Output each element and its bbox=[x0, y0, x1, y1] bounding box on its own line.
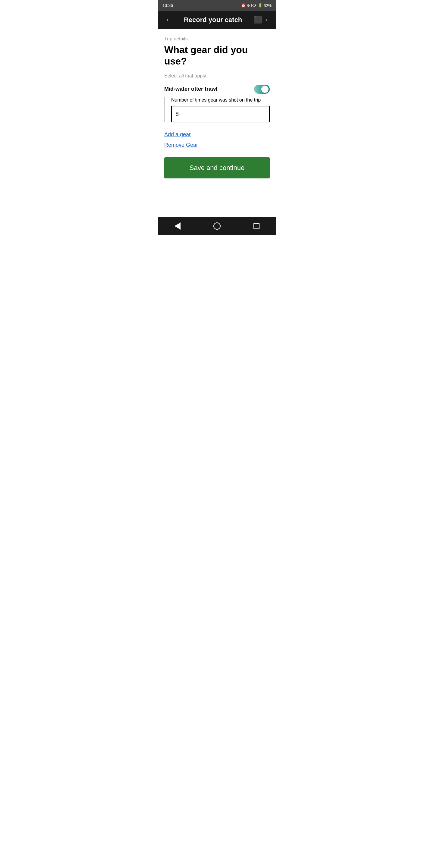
battery-level: 52% bbox=[264, 3, 272, 8]
page-title: Record your catch bbox=[175, 16, 251, 24]
back-arrow-icon: ← bbox=[165, 16, 172, 24]
status-time: 13:36 bbox=[162, 3, 173, 8]
action-links: Add a gear Remove Gear bbox=[164, 131, 270, 148]
exit-icon: ⬛→ bbox=[254, 16, 269, 24]
nav-recents-button[interactable] bbox=[244, 220, 269, 232]
gear-shots-input[interactable] bbox=[171, 106, 270, 122]
home-circle-icon bbox=[213, 222, 221, 230]
gear-toggle[interactable] bbox=[254, 85, 270, 94]
gear-shots-label: Number of times gear was shot on the tri… bbox=[171, 97, 270, 103]
remove-gear-link[interactable]: Remove Gear bbox=[164, 142, 270, 148]
select-instruction: Select all that apply. bbox=[164, 73, 270, 79]
save-continue-button[interactable]: Save and continue bbox=[164, 157, 270, 179]
main-content: Trip details What gear did you use? Sele… bbox=[158, 29, 276, 217]
recents-square-icon bbox=[253, 223, 259, 229]
battery-icon: 🔋 bbox=[258, 3, 262, 7]
status-icons: ⏰ ⊖ R✗ 🔋 52% bbox=[241, 3, 272, 8]
dnd-icon: ⊖ bbox=[247, 3, 250, 7]
bottom-navigation bbox=[158, 217, 276, 235]
nav-back-button[interactable] bbox=[165, 219, 190, 233]
back-button[interactable]: ← bbox=[163, 13, 175, 26]
signal-icon: R✗ bbox=[251, 3, 257, 7]
gear-name: Mid-water otter trawl bbox=[164, 86, 217, 92]
status-bar: 13:36 ⏰ ⊖ R✗ 🔋 52% bbox=[158, 0, 276, 11]
back-triangle-icon bbox=[175, 222, 181, 230]
trip-details-label: Trip details bbox=[164, 36, 270, 41]
page-heading: What gear did you use? bbox=[164, 44, 270, 67]
nav-home-button[interactable] bbox=[204, 219, 230, 233]
gear-details-section: Number of times gear was shot on the tri… bbox=[164, 97, 270, 122]
top-navigation: ← Record your catch ⬛→ bbox=[158, 11, 276, 29]
exit-button[interactable]: ⬛→ bbox=[251, 13, 271, 26]
gear-toggle-row: Mid-water otter trawl bbox=[164, 85, 270, 94]
toggle-slider bbox=[254, 85, 270, 94]
alarm-icon: ⏰ bbox=[241, 3, 246, 7]
add-gear-link[interactable]: Add a gear bbox=[164, 131, 270, 138]
